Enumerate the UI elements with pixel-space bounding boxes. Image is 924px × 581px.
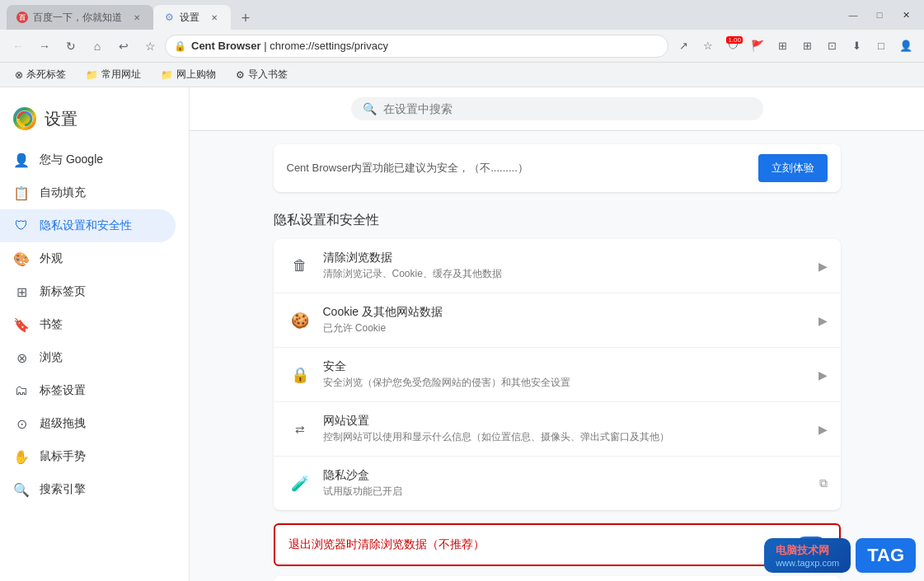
tab-close-settings[interactable]: ✕ (208, 11, 221, 24)
shield-badge: 1.00 (726, 36, 743, 44)
download-button[interactable]: ⬇ (845, 35, 868, 58)
maximize-button[interactable]: □ (868, 7, 891, 23)
sidebar-item-newtab[interactable]: ⊞ 新标签页 (0, 275, 189, 308)
sidebar-label-browse: 浏览 (40, 350, 63, 365)
clear-browsing-content: 清除浏览数据 清除浏览记录、Cookie、缓存及其他数据 (323, 251, 809, 281)
back-button[interactable]: ← (7, 35, 30, 58)
settings-row-clear-browsing[interactable]: 🗑 清除浏览数据 清除浏览记录、Cookie、缓存及其他数据 ▶ (274, 239, 841, 293)
bookmark-common-sites[interactable]: 📁 常用网址 (81, 66, 146, 83)
sidebar-item-bookmarks[interactable]: 🔖 书签 (0, 308, 189, 341)
cookies-arrow: ▶ (818, 314, 828, 327)
privacy-sandbox-icon: 🧪 (287, 471, 313, 497)
bookmark-import-label: 导入书签 (248, 68, 288, 82)
tab-baidu[interactable]: 百 百度一下，你就知道 ✕ (7, 5, 153, 30)
promo-banner: Cent Browser内置功能已建议为安全，（不.........） 立刻体验 (274, 144, 841, 192)
sidebar-item-search-engine[interactable]: 🔍 搜索引擎 (0, 473, 189, 506)
settings-row-security[interactable]: 🔒 安全 安全浏览（保护您免受危险网站的侵害）和其他安全设置 ▶ (274, 348, 841, 402)
window-button[interactable]: □ (870, 35, 893, 58)
autofill-icon: 📋 (13, 185, 30, 201)
bookmark-kill-tabs[interactable]: ⊗ 杀死标签 (10, 66, 71, 83)
tab-close-baidu[interactable]: ✕ (130, 11, 143, 24)
sidebar-item-autofill[interactable]: 📋 自动填充 (0, 176, 189, 209)
bookmark-import[interactable]: ⚙ 导入书签 (231, 66, 293, 83)
privacy-sandbox-content: 隐私沙盒 试用版功能已开启 (323, 468, 809, 499)
security-icon: 🔒 (287, 362, 313, 388)
promo-button[interactable]: 立刻体验 (758, 154, 828, 182)
sidebar-label-newtab: 新标签页 (40, 284, 86, 299)
sidebar-item-super-drag[interactable]: ⊙ 超级拖拽 (0, 407, 189, 440)
sidebar: 设置 👤 您与 Google 📋 自动填充 🛡 隐私设置和安全性 🎨 外观 ⊞ … (0, 87, 190, 581)
search-input[interactable] (383, 102, 752, 115)
kill-tabs-icon: ⊗ (15, 69, 23, 81)
search-icon: 🔍 (363, 102, 377, 115)
sidebar-item-google[interactable]: 👤 您与 Google (0, 143, 189, 176)
minimize-button[interactable]: — (842, 7, 865, 23)
settings-card: 🗑 清除浏览数据 清除浏览记录、Cookie、缓存及其他数据 ▶ 🍪 Cooki… (274, 239, 841, 510)
content-area: 设置 👤 您与 Google 📋 自动填充 🛡 隐私设置和安全性 🎨 外观 ⊞ … (0, 87, 924, 581)
bookmark-star-button[interactable]: ☆ (697, 35, 720, 58)
tab-label-baidu: 百度一下，你就知道 (33, 11, 122, 25)
security-content: 安全 安全浏览（保护您免受危险网站的侵害）和其他安全设置 (323, 359, 809, 390)
screenshot-button[interactable]: ⊡ (820, 35, 843, 58)
sidebar-item-browse[interactable]: ⊗ 浏览 (0, 341, 189, 374)
settings-row-privacy-sandbox[interactable]: 🧪 隐私沙盒 试用版功能已开启 ⧉ (274, 457, 841, 510)
extensions-button[interactable]: ⊞ (771, 35, 794, 58)
google-icon: 👤 (13, 152, 30, 168)
address-url-text: chrome://settings/privacy (270, 40, 388, 52)
bookmark-online-shop[interactable]: 📁 网上购物 (156, 66, 221, 83)
tab-favicon-baidu: 百 (16, 12, 28, 23)
forward-button[interactable]: → (33, 35, 56, 58)
clear-on-exit-label: 退出浏览器时清除浏览数据（不推荐） (288, 537, 485, 552)
clear-browsing-arrow: ▶ (818, 260, 828, 273)
browse-icon: ⊗ (13, 349, 30, 366)
settings-row-cookies[interactable]: 🍪 Cookie 及其他网站数据 已允许 Cookie ▶ (274, 293, 841, 348)
home-button[interactable]: ⌂ (86, 35, 109, 58)
sidebar-item-mouse-gesture[interactable]: ✋ 鼠标手势 (0, 440, 189, 473)
privacy-sandbox-external: ⧉ (819, 476, 828, 490)
lock-icon: 🔒 (174, 40, 186, 52)
apps-button[interactable]: ⊞ (795, 35, 818, 58)
common-sites-icon: 📁 (86, 69, 98, 81)
site-settings-subtitle: 控制网站可以使用和显示什么信息（如位置信息、摄像头、弹出式窗口及其他） (323, 430, 809, 444)
sidebar-label-super-drag: 超级拖拽 (40, 416, 86, 431)
site-settings-icon: ⇄ (287, 416, 313, 443)
mouse-gesture-icon: ✋ (13, 448, 30, 465)
promo-text: Cent Browser内置功能已建议为安全，（不.........） (287, 161, 528, 176)
watermark-tag: TAG (856, 538, 916, 573)
sidebar-label-appearance: 外观 (40, 251, 63, 266)
settings-logo (13, 107, 36, 130)
bookmark-common-sites-label: 常用网址 (101, 68, 141, 82)
flag-button[interactable]: 🚩 (746, 35, 769, 58)
sidebar-item-privacy[interactable]: 🛡 隐私设置和安全性 (0, 209, 176, 242)
online-shop-icon: 📁 (161, 69, 173, 81)
sidebar-item-appearance[interactable]: 🎨 外观 (0, 242, 189, 275)
main-content: 🔍 Cent Browser内置功能已建议为安全，（不.........） 立刻… (190, 87, 924, 581)
sidebar-item-tab-settings[interactable]: 🗂 标签设置 (0, 374, 189, 407)
settings-container: Cent Browser内置功能已建议为安全，（不.........） 立刻体验… (260, 131, 854, 581)
reload-button[interactable]: ↻ (59, 35, 82, 58)
privacy-icon: 🛡 (13, 218, 30, 234)
settings-row-site-settings[interactable]: ⇄ 网站设置 控制网站可以使用和显示什么信息（如位置信息、摄像头、弹出式窗口及其… (274, 402, 841, 457)
super-drag-icon: ⊙ (13, 415, 30, 432)
sidebar-label-search-engine: 搜索引擎 (40, 482, 86, 497)
profile-button[interactable]: 👤 (894, 35, 917, 58)
address-bar[interactable]: 🔒 Cent Browser | chrome://settings/priva… (165, 35, 668, 58)
tab-favicon-settings: ⚙ (163, 12, 175, 23)
new-tab-button[interactable]: + (234, 7, 257, 30)
sidebar-label-privacy: 隐私设置和安全性 (40, 218, 132, 233)
shield-button[interactable]: 🛡 1.00 (721, 35, 744, 58)
close-button[interactable]: ✕ (894, 7, 917, 23)
security-title: 安全 (323, 359, 809, 374)
security-arrow: ▶ (818, 368, 828, 382)
share-button[interactable]: ↗ (672, 35, 695, 58)
newtab-icon: ⊞ (13, 283, 30, 300)
import-icon: ⚙ (236, 69, 245, 81)
star-nav-button[interactable]: ☆ (138, 35, 162, 58)
tab-settings[interactable]: ⚙ 设置 ✕ (153, 5, 231, 30)
clear-browsing-icon: 🗑 (287, 253, 313, 279)
clear-browsing-subtitle: 清除浏览记录、Cookie、缓存及其他数据 (323, 267, 809, 281)
bookmark-kill-tabs-label: 杀死标签 (26, 68, 66, 82)
watermark-container: 电脑技术网 www.tagxp.com TAG (764, 538, 916, 573)
appearance-icon: 🎨 (13, 251, 30, 267)
back2-button[interactable]: ↩ (112, 35, 135, 58)
